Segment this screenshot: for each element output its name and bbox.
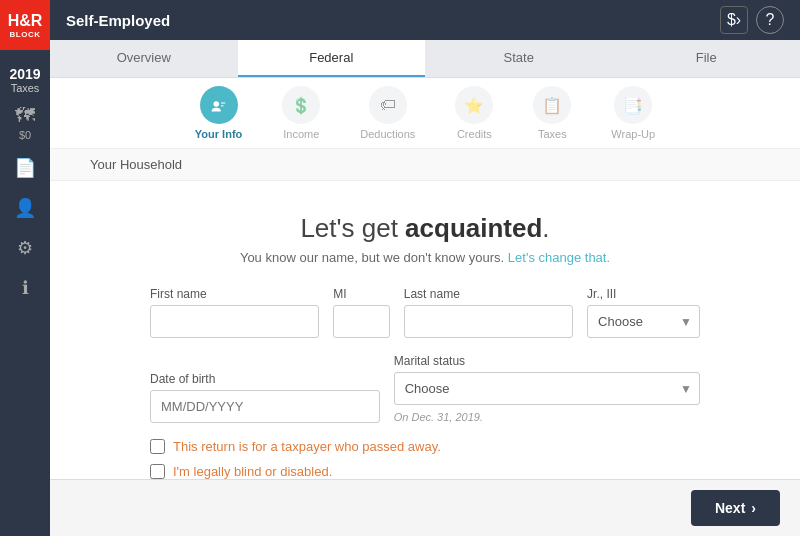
headline: Let's get acquainted.	[300, 213, 549, 244]
credits-label: Credits	[457, 128, 492, 140]
breadcrumb: Your Household	[50, 149, 800, 181]
subheadline-text: You know our name, but we don't know you…	[240, 250, 508, 265]
marital-hint: On Dec. 31, 2019.	[394, 411, 700, 423]
blind-checkbox-row: I'm legally blind or disabled.	[150, 464, 700, 479]
mi-label: MI	[333, 287, 389, 301]
deceased-checkbox[interactable]	[150, 439, 165, 454]
last-name-label: Last name	[404, 287, 573, 301]
person-icon[interactable]: 👤	[14, 197, 36, 219]
blind-checkbox[interactable]	[150, 464, 165, 479]
first-name-group: First name	[150, 287, 319, 338]
map-icon[interactable]: 🗺	[15, 104, 35, 127]
subnav-your-info[interactable]: Your Info	[195, 86, 242, 140]
logo-hr: H&R	[8, 11, 43, 30]
settings-icon[interactable]: ⚙	[17, 237, 33, 259]
blind-label: I'm legally blind or disabled.	[173, 464, 332, 479]
last-name-input[interactable]	[404, 305, 573, 338]
deductions-label: Deductions	[360, 128, 415, 140]
main-content: Self-Employed $› ? Overview Federal Stat…	[50, 0, 800, 536]
header-icons: $› ?	[720, 6, 784, 34]
taxes-icon: 📋	[533, 86, 571, 124]
subnav-credits[interactable]: ⭐ Credits	[455, 86, 493, 140]
dob-group: Date of birth	[150, 372, 380, 423]
first-name-input[interactable]	[150, 305, 319, 338]
subheadline-link[interactable]: Let's change that.	[508, 250, 610, 265]
next-arrow-icon: ›	[751, 500, 756, 516]
mi-input[interactable]	[333, 305, 389, 338]
income-icon: 💲	[282, 86, 320, 124]
top-header: Self-Employed $› ?	[50, 0, 800, 40]
breadcrumb-text: Your Household	[90, 157, 182, 172]
content-area: Let's get acquainted. You know our name,…	[50, 181, 800, 479]
dollar-sign-button[interactable]: $›	[720, 6, 748, 34]
subheadline: You know our name, but we don't know you…	[240, 250, 610, 265]
subnav-deductions[interactable]: 🏷 Deductions	[360, 86, 415, 140]
wrap-up-label: Wrap-Up	[611, 128, 655, 140]
dob-input[interactable]	[150, 390, 380, 423]
dob-label: Date of birth	[150, 372, 380, 386]
headline-bold: acquainted	[405, 213, 542, 243]
deceased-label: This return is for a taxpayer who passed…	[173, 439, 441, 454]
tab-federal[interactable]: Federal	[238, 40, 426, 77]
wrap-up-icon: 📑	[614, 86, 652, 124]
mi-group: MI	[333, 287, 389, 338]
tab-file[interactable]: File	[613, 40, 801, 77]
last-name-group: Last name	[404, 287, 573, 338]
year-label: 2019	[9, 66, 40, 82]
sidebar-nav-icons: 📄 👤 ⚙ ℹ	[14, 157, 36, 299]
svg-rect-2	[220, 102, 225, 103]
deductions-icon: 🏷	[369, 86, 407, 124]
sidebar-logo: H&R BLOCK	[0, 0, 50, 50]
footer: Next ›	[50, 479, 800, 536]
jr-label: Jr., III	[587, 287, 700, 301]
svg-point-1	[213, 101, 219, 107]
your-info-label: Your Info	[195, 128, 242, 140]
taxes-label: Taxes	[538, 128, 567, 140]
svg-rect-3	[220, 105, 223, 106]
nav-tabs: Overview Federal State File	[50, 40, 800, 78]
subnav-income[interactable]: 💲 Income	[282, 86, 320, 140]
form-row-name: First name MI Last name Jr., III Choose …	[150, 287, 700, 338]
credits-icon: ⭐	[455, 86, 493, 124]
form-row-dob-marital: Date of birth Marital status Choose Sing…	[150, 354, 700, 423]
headline-period: .	[542, 213, 549, 243]
marital-select[interactable]: Choose Single Married filing jointly Mar…	[394, 372, 700, 405]
subnav-taxes[interactable]: 📋 Taxes	[533, 86, 571, 140]
app-title: Self-Employed	[66, 12, 720, 29]
marital-label: Marital status	[394, 354, 700, 368]
sub-nav: Your Info 💲 Income 🏷 Deductions ⭐ Credit…	[50, 78, 800, 149]
sidebar-year: 2019 Taxes	[5, 60, 44, 100]
next-label: Next	[715, 500, 745, 516]
marital-group: Marital status Choose Single Married fil…	[394, 354, 700, 423]
tab-state[interactable]: State	[425, 40, 613, 77]
logo-block: BLOCK	[10, 30, 41, 40]
your-info-icon	[200, 86, 238, 124]
tab-overview[interactable]: Overview	[50, 40, 238, 77]
headline-plain: Let's get	[300, 213, 405, 243]
deceased-checkbox-row: This return is for a taxpayer who passed…	[150, 439, 700, 454]
marital-select-wrapper: Choose Single Married filing jointly Mar…	[394, 372, 700, 405]
info-icon[interactable]: ℹ	[22, 277, 29, 299]
jr-select-wrapper: Choose Jr. Sr. II III IV ▼	[587, 305, 700, 338]
dollar-amount: $0	[19, 129, 31, 141]
subnav-wrap-up[interactable]: 📑 Wrap-Up	[611, 86, 655, 140]
next-button[interactable]: Next ›	[691, 490, 780, 526]
taxes-label: Taxes	[9, 82, 40, 94]
income-label: Income	[283, 128, 319, 140]
sidebar: H&R BLOCK 2019 Taxes 🗺 $0 📄 👤 ⚙ ℹ	[0, 0, 50, 536]
jr-group: Jr., III Choose Jr. Sr. II III IV ▼	[587, 287, 700, 338]
help-button[interactable]: ?	[756, 6, 784, 34]
document-icon[interactable]: 📄	[14, 157, 36, 179]
first-name-label: First name	[150, 287, 319, 301]
jr-select[interactable]: Choose Jr. Sr. II III IV	[587, 305, 700, 338]
